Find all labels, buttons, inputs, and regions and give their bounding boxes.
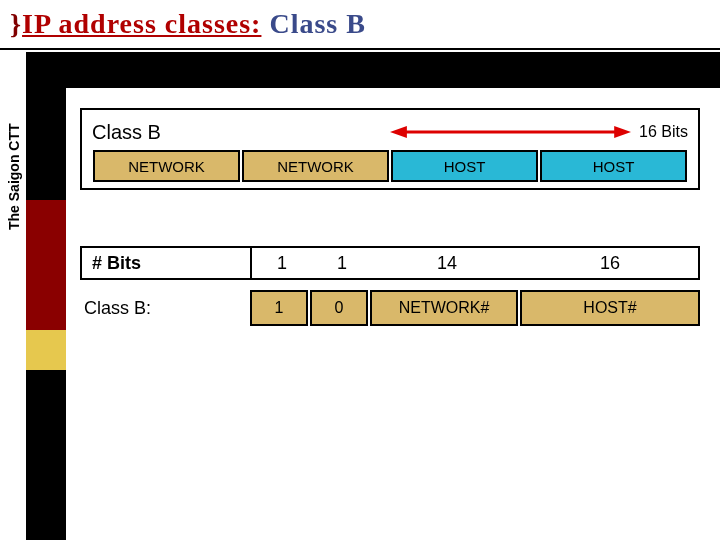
title-bar: }IP address classes: Class B: [0, 0, 720, 50]
classb-header-row: Class B 16 Bits: [92, 116, 688, 148]
bits-value: 1: [252, 248, 312, 278]
bits-arrow-group: 16 Bits: [390, 122, 688, 142]
double-arrow-icon: [390, 122, 631, 142]
svg-marker-1: [390, 126, 407, 138]
sidebar-stripe-red: [26, 200, 66, 330]
classb-label: Class B: [92, 121, 161, 144]
bits-section: # Bits 1 1 14 16 Class B: 1 0 NETWORK# H…: [80, 246, 700, 326]
title-brace-glyph: }: [10, 8, 22, 39]
bits-value: 14: [372, 248, 522, 278]
class-breakdown-row: Class B: 1 0 NETWORK# HOST#: [80, 290, 700, 326]
breakdown-cell: NETWORK#: [370, 290, 518, 326]
bits-count-row: # Bits 1 1 14 16: [80, 246, 700, 280]
octet-row: NETWORK NETWORK HOST HOST: [92, 150, 688, 188]
sidebar-stripe-yellow: [26, 330, 66, 370]
bits-value: 1: [312, 248, 372, 278]
sidebar-vertical-branding: The Saigon CTT: [6, 123, 22, 230]
breakdown-cell: 0: [310, 290, 368, 326]
breakdown-cell: HOST#: [520, 290, 700, 326]
bits-value: 16: [522, 248, 698, 278]
arrow-bits-label: 16 Bits: [639, 123, 688, 141]
diagram-content: Class B 16 Bits NETWORK NETWORK HOST HOS…: [80, 108, 700, 326]
breakdown-row-label: Class B:: [80, 298, 250, 319]
header-black-strip: [26, 52, 720, 88]
octet-cell: HOST: [540, 150, 687, 182]
bits-row-label: # Bits: [82, 248, 252, 278]
title-suffix: Class B: [269, 8, 365, 39]
svg-marker-2: [614, 126, 631, 138]
octet-cell: NETWORK: [242, 150, 389, 182]
classb-octet-box: Class B 16 Bits NETWORK NETWORK HOST HOS…: [80, 108, 700, 190]
page-title: }IP address classes: Class B: [10, 8, 720, 40]
octet-cell: HOST: [391, 150, 538, 182]
title-underlined: IP address classes:: [22, 8, 261, 39]
octet-cell: NETWORK: [93, 150, 240, 182]
breakdown-cell: 1: [250, 290, 308, 326]
breakdown-cells: 1 0 NETWORK# HOST#: [250, 290, 700, 326]
